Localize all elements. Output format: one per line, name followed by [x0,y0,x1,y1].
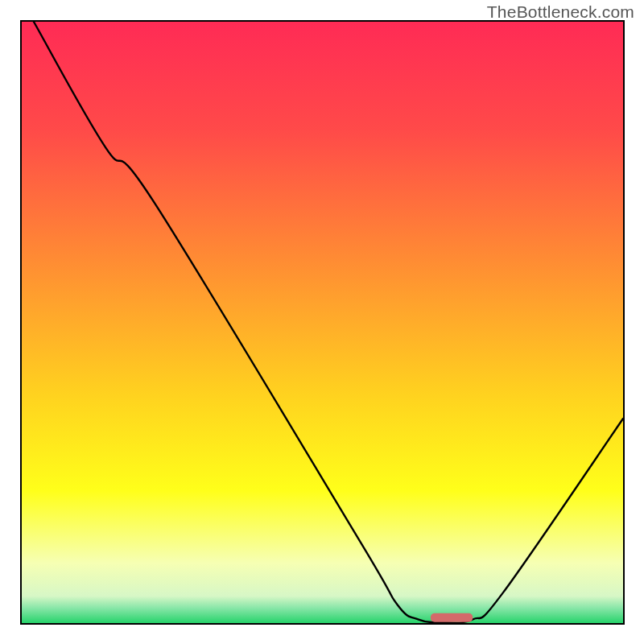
chart-gradient-background [22,22,623,623]
optimal-marker [431,613,473,622]
bottleneck-chart [0,0,644,644]
